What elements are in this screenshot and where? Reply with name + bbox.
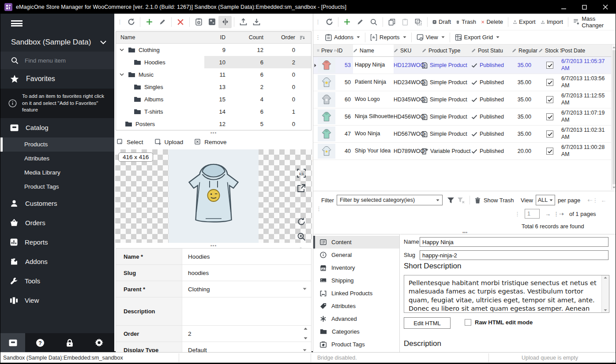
category-name-field[interactable]: Hoodies	[182, 249, 311, 264]
raw-html-toggle[interactable]: Raw HTML edit mode	[465, 319, 533, 326]
product-row-patient-ninja[interactable]: 50 Patient Ninja HD234WOO Simple Product…	[313, 74, 611, 91]
scroll-up-icon[interactable]	[612, 45, 616, 50]
stock-checkbox-checked[interactable]	[546, 79, 553, 86]
product-row-ninja-silhouette[interactable]: 56 Ninja Silhouette HD456WOO Simple Prod…	[313, 108, 611, 126]
reports-menu[interactable]: Reports	[368, 31, 409, 44]
upload-image-button[interactable]	[237, 16, 250, 28]
scroll-down-icon[interactable]	[612, 185, 616, 190]
edit-product-button[interactable]	[354, 16, 367, 28]
product-row-ship-your-idea[interactable]: 40 Ship Your Idea HD789WOO Variable Prod…	[313, 143, 611, 160]
toolbar-drag-handle[interactable]: ⋮	[313, 34, 323, 41]
open-external-button[interactable]	[297, 184, 306, 193]
column-header-stock-status[interactable]: Stock Stati	[538, 48, 561, 54]
minimize-button[interactable]	[553, 0, 574, 14]
product-row-happy-ninja[interactable]: 53 Happy Ninja HD123WOO Simple Product P…	[313, 57, 611, 74]
column-header-regular-price[interactable]: Regular P	[512, 48, 538, 54]
sidebar-item-tools[interactable]: Tools	[0, 271, 114, 291]
settings-gear-button[interactable]	[84, 333, 114, 352]
stock-checkbox-checked[interactable]	[546, 148, 553, 155]
short-description-editor[interactable]: Pellentesque habitant morbi tristique se…	[404, 275, 609, 313]
menu-search[interactable]	[0, 52, 114, 69]
sidebar-item-media-library[interactable]: Media Library	[0, 166, 114, 180]
download-image-button[interactable]	[250, 16, 263, 28]
search-products-button[interactable]	[367, 16, 380, 28]
chevron-down-icon[interactable]	[120, 73, 125, 76]
rotate-button[interactable]	[297, 217, 306, 226]
edit-html-button[interactable]: Edit HTML	[404, 317, 451, 329]
column-header-id[interactable]: ID	[204, 34, 230, 41]
image-adjust-button[interactable]	[205, 16, 218, 28]
sidebar-item-catalog[interactable]: Catalog	[0, 118, 114, 137]
column-header-sku[interactable]: SKU	[394, 48, 422, 54]
stock-checkbox-checked[interactable]	[546, 130, 553, 137]
pagination-handle[interactable]: ⋮	[513, 211, 522, 217]
page-number-input[interactable]: 1	[525, 209, 540, 219]
last-page-button[interactable]: ⋮⇢	[553, 211, 564, 217]
tab-content[interactable]: Content	[313, 236, 399, 249]
sidebar-item-favorites[interactable]: Favorites	[0, 69, 114, 89]
scroll-up-icon[interactable]	[604, 276, 607, 279]
hamburger-menu-button[interactable]	[0, 14, 114, 33]
short-description-text[interactable]: Pellentesque habitant morbi tristique se…	[404, 275, 601, 312]
raw-html-checkbox[interactable]	[465, 319, 471, 326]
column-header-preview[interactable]: Prev	[317, 48, 337, 54]
column-header-post-status[interactable]: Post Statu	[471, 48, 512, 54]
menu-search-input[interactable]	[25, 57, 95, 64]
export-button[interactable]: Export	[511, 16, 538, 28]
horizontal-splitter[interactable]: •••	[313, 230, 616, 234]
help-button[interactable]: ?	[25, 333, 55, 352]
toolbar-drag-handle[interactable]: ⋮	[314, 205, 323, 212]
sidebar-item-product-tags[interactable]: Product Tags	[0, 180, 114, 194]
add-product-button[interactable]	[341, 16, 354, 28]
stock-checkbox-checked[interactable]	[546, 113, 553, 120]
edit-category-button[interactable]	[156, 16, 169, 28]
product-name-input[interactable]	[420, 237, 608, 247]
apply-filter-button[interactable]	[447, 197, 454, 204]
column-header-count[interactable]: Count	[230, 34, 268, 41]
clear-filter-button[interactable]	[457, 197, 465, 204]
category-row-hoodies[interactable]: Hoodies 1062	[116, 56, 311, 68]
category-row-posters[interactable]: Posters 1250	[116, 118, 311, 130]
copy-button[interactable]	[385, 16, 398, 28]
preview-clipboard-button[interactable]	[192, 16, 205, 28]
tab-attributes[interactable]: Attributes	[313, 300, 399, 312]
addons-menu[interactable]: Addons	[323, 31, 363, 44]
import-button[interactable]: Import	[538, 16, 566, 28]
sort-icon[interactable]	[300, 35, 311, 40]
show-trash-button[interactable]: Show Trash	[475, 197, 514, 204]
filter-dropdown[interactable]: Filter by selected category(ies)	[337, 195, 443, 205]
sidebar-item-customers[interactable]: Customers	[0, 194, 114, 213]
refresh-categories-button[interactable]	[124, 16, 138, 28]
tab-inventory[interactable]: Inventory	[313, 261, 399, 274]
column-header-id[interactable]: ID	[337, 48, 353, 54]
upload-image-button[interactable]: Upload	[155, 139, 184, 145]
category-parent-dropdown[interactable]: Clothing	[182, 281, 311, 297]
sidebar-item-reports[interactable]: Reports	[0, 233, 114, 252]
category-order-field[interactable]: 2	[182, 326, 311, 342]
sidebar-item-attributes[interactable]: Attributes	[0, 152, 114, 166]
product-row-woo-ninja[interactable]: 47 Woo Ninja HD567WOO Simple Product Pub…	[313, 126, 611, 143]
store-connections-button[interactable]	[0, 333, 25, 352]
category-row-clothing[interactable]: Clothing 9120	[116, 44, 311, 56]
textarea-scrollbar[interactable]	[601, 275, 609, 312]
chevron-down-icon[interactable]	[120, 48, 125, 52]
maximize-button[interactable]	[574, 0, 595, 14]
refresh-products-button[interactable]	[323, 16, 336, 28]
table-scrollbar[interactable]	[611, 45, 616, 190]
number-spinner[interactable]	[304, 327, 308, 340]
paste-button[interactable]	[398, 16, 412, 28]
draft-button[interactable]: Draft	[430, 16, 454, 28]
stock-checkbox-checked[interactable]	[546, 62, 553, 69]
stock-checkbox-checked[interactable]	[546, 96, 553, 103]
prev-page-button[interactable]: ←	[601, 197, 606, 204]
sidebar-item-view[interactable]: View	[0, 291, 114, 310]
connection-selector[interactable]: Sandbox (Sample Data)	[0, 33, 114, 52]
delete-button[interactable]: Delete	[479, 16, 506, 28]
close-button[interactable]	[595, 0, 616, 14]
column-header-name[interactable]: Name	[353, 45, 394, 56]
category-slug-field[interactable]: hoodies	[182, 265, 311, 281]
tab-advanced[interactable]: Advanced	[313, 312, 399, 325]
product-row-woo-logo[interactable]: 60 Woo Logo HD345WOO Simple Product Publ…	[313, 91, 611, 108]
select-image-button[interactable]: Select	[117, 139, 143, 145]
resize-grip[interactable]: ⣠	[612, 357, 615, 362]
